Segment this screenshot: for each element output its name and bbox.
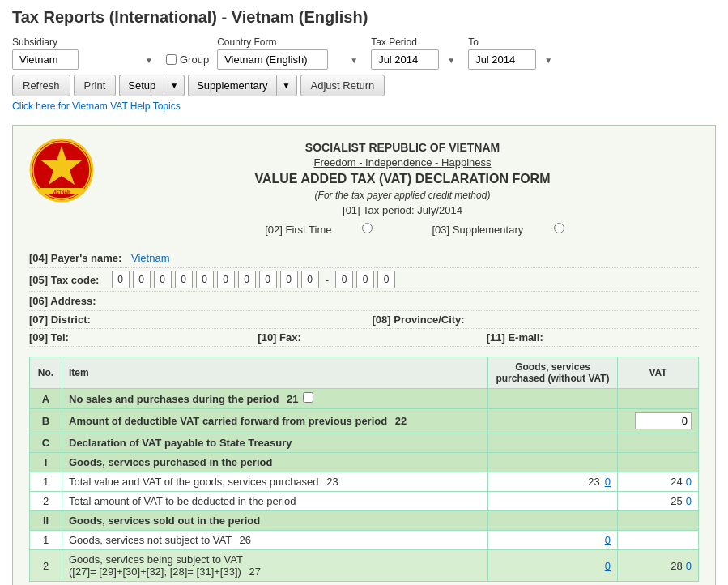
page-title: Tax Reports (International) - Vietnam (E… — [12, 8, 716, 27]
row-no: 1 — [30, 531, 62, 550]
row-goods: 230 — [488, 472, 618, 492]
to-dropdown[interactable]: Jul 2014 — [468, 49, 536, 70]
tel-label: [09] Tel: — [29, 331, 69, 344]
row-no: B — [30, 409, 62, 433]
row-goods — [488, 389, 618, 409]
table-row: 2Total amount of VAT to be deducted in t… — [30, 492, 699, 511]
row-vat — [618, 409, 699, 433]
table-row: IGoods, services purchased in the period — [30, 453, 699, 472]
supplementary-radio[interactable] — [554, 223, 564, 233]
row-vat — [618, 531, 699, 550]
tc-4: 0 — [196, 271, 214, 288]
subsidiary-dropdown[interactable]: Vietnam — [12, 49, 79, 70]
tax-code-row: [05] Tax code: 0 0 0 0 0 0 0 0 0 0 - 0 0… — [29, 268, 699, 292]
row-item: Declaration of VAT payable to State Trea… — [62, 433, 488, 453]
row-item: Total value and VAT of the goods, servic… — [62, 472, 488, 492]
email-label: [11] E-mail: — [487, 331, 543, 344]
table-row: 2Goods, services being subject to VAT([2… — [30, 550, 699, 582]
subtitle-text: (For the tax payer applied credit method… — [106, 190, 699, 201]
table-row: 1Total value and VAT of the goods, servi… — [30, 472, 699, 492]
payer-block: [04] Payer's name: Vietnam — [29, 249, 699, 268]
row-no: I — [30, 453, 62, 472]
supplementary-button[interactable]: Supplementary — [188, 75, 275, 96]
address-block: [06] Address: — [29, 292, 699, 311]
row-num: 22 — [395, 415, 407, 427]
tc-5: 0 — [217, 271, 235, 288]
row-vat — [618, 453, 699, 472]
refresh-button[interactable]: Refresh — [12, 75, 70, 96]
tax-code-sep: - — [326, 274, 329, 286]
first-time-label: [02] First Time — [265, 224, 331, 236]
group-label: Group — [180, 53, 209, 66]
tc-7: 0 — [259, 271, 277, 288]
row-vat — [618, 433, 699, 453]
tc-1: 0 — [133, 271, 151, 288]
supplementary-dropdown-button[interactable]: ▼ — [276, 75, 297, 96]
group-checkbox[interactable] — [166, 54, 177, 65]
supplementary-label: [03] Supplementary — [432, 224, 523, 236]
vat-input[interactable] — [635, 412, 692, 429]
row-no: II — [30, 511, 62, 531]
supplementary-button-group: Supplementary ▼ — [188, 75, 296, 96]
print-button[interactable]: Print — [74, 75, 117, 96]
subsidiary-label: Subsidiary — [12, 36, 158, 48]
row-goods: 0 — [488, 531, 618, 550]
form-area: VIETNAM SOCIALIST REPUBLIC OF VIETNAM Fr… — [12, 125, 716, 585]
tax-code-label: [05] Tax code: — [29, 274, 99, 286]
setup-button[interactable]: Setup — [119, 75, 164, 96]
col-item-header: Item — [62, 357, 488, 389]
tc-2: 0 — [154, 271, 172, 288]
row-no: C — [30, 433, 62, 453]
address-label: [06] Address: — [29, 295, 96, 307]
table-row: IIGoods, services sold out in the period — [30, 511, 699, 531]
row-goods: 0 — [488, 550, 618, 582]
fax-label: [10] Fax: — [258, 331, 300, 344]
subsidiary-dropdown-arrow: ▼ — [145, 55, 153, 64]
tax-period-dropdown-arrow: ▼ — [447, 55, 455, 64]
row-item: Goods, services not subject to VAT 26 — [62, 531, 488, 550]
setup-button-group: Setup ▼ — [119, 75, 185, 96]
setup-dropdown-button[interactable]: ▼ — [164, 75, 185, 96]
goods-value: 0 — [605, 476, 611, 488]
country-form-dropdown-arrow: ▼ — [350, 55, 358, 64]
payer-value: Vietnam — [131, 252, 169, 264]
row-checkbox[interactable] — [303, 392, 313, 403]
row-vat: 280 — [618, 550, 699, 582]
goods-value: 0 — [605, 560, 611, 572]
tax-period-dropdown[interactable]: Jul 2014 — [371, 49, 439, 70]
table-row: 1Goods, services not subject to VAT 260 — [30, 531, 699, 550]
district-province-row: [07] District: [08] Province/City: — [29, 311, 699, 329]
row-item: No sales and purchases during the period… — [62, 389, 488, 409]
to-dropdown-arrow: ▼ — [544, 55, 552, 64]
vat-value: 0 — [686, 476, 692, 488]
tc-6: 0 — [238, 271, 256, 288]
payer-label: [04] Payer's name: — [29, 252, 121, 264]
svg-text:VIETNAM: VIETNAM — [53, 190, 71, 194]
row-num: 27 — [249, 566, 260, 578]
tel-fax-email-row: [09] Tel: [10] Fax: [11] E-mail: — [29, 329, 699, 347]
vat-value: 0 — [686, 560, 692, 572]
adjust-return-button[interactable]: Adjust Return — [300, 75, 385, 96]
tc-11: 0 — [356, 271, 374, 288]
vat-title-text: VALUE ADDED TAX (VAT) DECLARATION FORM — [106, 172, 699, 186]
row-no: A — [30, 389, 62, 409]
row-goods — [488, 453, 618, 472]
goods-num: 23 — [588, 476, 599, 488]
table-row: ANo sales and purchases during the perio… — [30, 389, 699, 409]
col-goods-header: Goods, services purchased (without VAT) — [488, 357, 618, 389]
first-time-radio[interactable] — [362, 223, 373, 233]
row-vat: 240 — [618, 472, 699, 492]
help-link[interactable]: Click here for Vietnam VAT Help Topics — [12, 100, 181, 112]
row-goods — [488, 433, 618, 453]
row-goods — [488, 511, 618, 531]
country-form-label: Country Form — [217, 36, 363, 48]
row-vat: 250 — [618, 492, 699, 511]
goods-value-link[interactable]: 0 — [605, 534, 611, 546]
tc-9: 0 — [301, 271, 319, 288]
tc-0: 0 — [112, 271, 130, 288]
vietnam-emblem: VIETNAM — [29, 138, 94, 205]
row-item: Amount of deductible VAT carried forward… — [62, 409, 488, 433]
vat-num: 28 — [671, 560, 682, 572]
country-form-dropdown[interactable]: Vietnam (English) — [217, 49, 328, 70]
freedom-text: Freedom - Independence - Happiness — [106, 156, 699, 169]
